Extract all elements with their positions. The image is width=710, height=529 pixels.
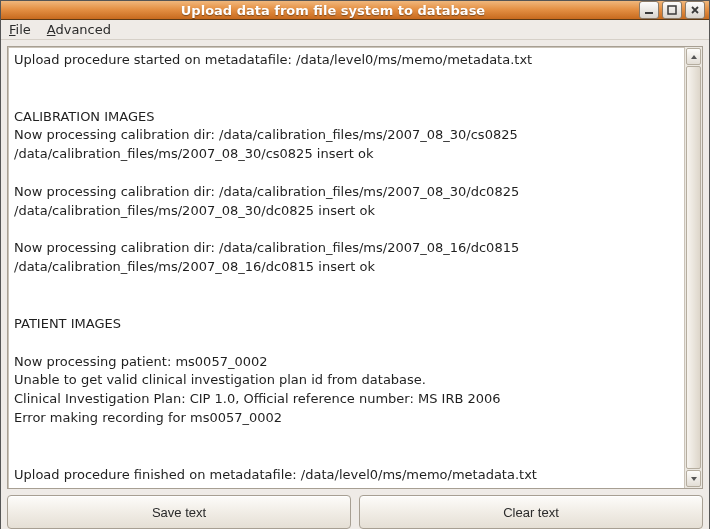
button-row: Save text Clear text (7, 495, 703, 529)
clear-text-button[interactable]: Clear text (359, 495, 703, 529)
scroll-up-button[interactable] (686, 48, 701, 65)
maximize-icon (667, 5, 677, 15)
close-icon (690, 5, 700, 15)
menubar: File Advanced (1, 20, 709, 40)
minimize-button[interactable] (639, 1, 659, 19)
svg-rect-0 (645, 12, 653, 14)
scrollbar-thumb[interactable] (686, 66, 701, 469)
application-window: Upload data from file system to database… (0, 0, 710, 529)
close-button[interactable] (685, 1, 705, 19)
window-controls (639, 1, 705, 19)
minimize-icon (644, 5, 654, 15)
svg-rect-1 (668, 6, 676, 14)
chevron-up-icon (690, 53, 698, 61)
save-text-button[interactable]: Save text (7, 495, 351, 529)
log-panel: Upload procedure started on metadatafile… (7, 46, 703, 489)
scroll-down-button[interactable] (686, 470, 701, 487)
vertical-scrollbar[interactable] (684, 47, 702, 488)
maximize-button[interactable] (662, 1, 682, 19)
menu-file[interactable]: File (7, 20, 33, 39)
titlebar[interactable]: Upload data from file system to database (1, 1, 709, 20)
menu-advanced[interactable]: Advanced (45, 20, 113, 39)
log-output[interactable]: Upload procedure started on metadatafile… (8, 47, 684, 488)
menu-file-accel: F (9, 22, 16, 37)
chevron-down-icon (690, 475, 698, 483)
scrollbar-track[interactable] (686, 66, 701, 469)
content-area: Upload procedure started on metadatafile… (1, 40, 709, 529)
menu-advanced-accel: A (47, 22, 56, 37)
window-title: Upload data from file system to database (27, 3, 639, 18)
